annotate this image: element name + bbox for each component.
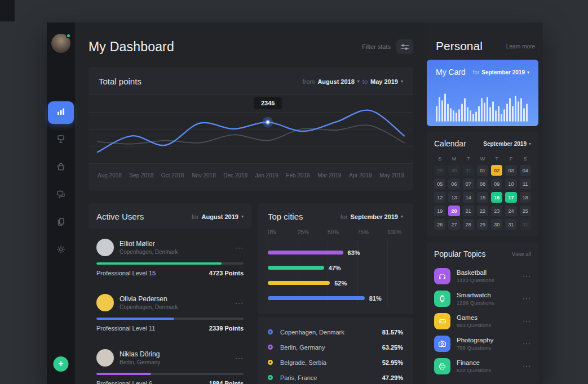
chevron-down-icon[interactable]: ▾	[401, 79, 403, 84]
calendar-day[interactable]: 15	[477, 192, 488, 203]
calendar-day[interactable]: 30	[448, 165, 459, 176]
filter-stats-button[interactable]	[396, 39, 413, 54]
more-options-icon[interactable]: ···	[235, 299, 244, 307]
topic-row[interactable]: Finance 632 Questions ···	[434, 355, 531, 377]
line-chart[interactable]: 2345	[89, 94, 413, 164]
more-options-icon[interactable]: ···	[235, 244, 244, 252]
calendar-day[interactable]: 22	[477, 206, 488, 216]
topic-row[interactable]: Games 983 Questions ···	[434, 310, 531, 332]
sidebar-item[interactable]	[48, 184, 74, 207]
learn-more-link[interactable]: Learn more	[506, 43, 535, 50]
calendar-day[interactable]: 31	[463, 165, 474, 176]
user-tile: Olivia Pedersen Copenhagen, Denmark ··· …	[89, 288, 251, 339]
period-dropdown[interactable]: September 2019	[351, 213, 398, 220]
sidebar-item[interactable]	[48, 157, 74, 179]
calendar-day[interactable]: 02	[491, 165, 502, 176]
x-axis-labels: Aug 2018Sep 2018Oct 2018Nov 2018Dec 2018…	[89, 164, 413, 186]
topic-name: Basketball	[457, 269, 523, 276]
activity-bar	[461, 104, 463, 122]
city-bar[interactable]	[268, 266, 324, 270]
add-button[interactable]: +	[54, 356, 69, 372]
sidebar-item[interactable]	[48, 239, 74, 262]
more-options-icon[interactable]: ···	[523, 317, 531, 325]
calendar-day[interactable]: 23	[491, 206, 502, 216]
period-dropdown[interactable]: September 2019	[483, 141, 527, 147]
activity-bar	[470, 110, 471, 122]
my-card[interactable]: My Card for September 2019 ▾	[427, 60, 538, 126]
calendar-day[interactable]: 20	[448, 206, 459, 216]
topic-row[interactable]: Basketball 1423 Questions ···	[434, 265, 531, 287]
calendar-day[interactable]: 18	[520, 192, 531, 203]
calendar-day[interactable]: 14	[463, 192, 474, 203]
view-all-link[interactable]: View all	[512, 251, 531, 257]
more-options-icon[interactable]: ···	[523, 340, 531, 347]
avatar	[96, 239, 114, 256]
more-options-icon[interactable]: ···	[235, 354, 244, 362]
calendar-day[interactable]: 24	[505, 206, 516, 216]
calendar-day[interactable]: 05	[434, 178, 445, 189]
to-dropdown[interactable]: May 2019	[370, 78, 398, 85]
sidebar-item[interactable]	[48, 212, 74, 234]
legend-row: Belgrade, Serbia 52.95%	[268, 355, 403, 370]
legend-city: Copenhagen, Denmark	[280, 329, 382, 336]
city-bar[interactable]	[268, 251, 343, 254]
main-content: My Dashboard Filter stats Total points f…	[75, 23, 427, 384]
period-dropdown[interactable]: August 2019	[202, 213, 238, 220]
calendar-weekdays: SMTWTFS	[434, 154, 531, 164]
city-bar[interactable]	[268, 296, 365, 300]
calendar-day[interactable]: 31	[505, 219, 516, 230]
legend-ring-icon	[268, 375, 273, 380]
chevron-down-icon[interactable]: ▾	[527, 70, 529, 75]
legend-value: 81.57%	[382, 329, 403, 336]
calendar-day[interactable]: 26	[434, 219, 445, 230]
sidebar-item[interactable]	[48, 129, 74, 151]
highlighted-data-point[interactable]	[266, 119, 271, 124]
calendar-day[interactable]: 29	[477, 219, 488, 230]
calendar-day[interactable]: 11	[520, 178, 531, 189]
chevron-down-icon[interactable]: ▾	[401, 214, 403, 219]
calendar-day[interactable]: 10	[505, 178, 516, 189]
calendar-day[interactable]: 21	[463, 206, 474, 216]
calendar-day[interactable]: 31	[520, 219, 531, 230]
calendar-day[interactable]: 19	[434, 206, 445, 216]
calendar-day[interactable]: 03	[505, 165, 516, 176]
calendar-day[interactable]: 13	[448, 192, 459, 203]
calendar-day[interactable]: 16	[491, 192, 502, 203]
more-options-icon[interactable]: ···	[523, 294, 531, 302]
activity-bar	[512, 106, 514, 122]
topic-row[interactable]: Photography 788 Questions ···	[434, 332, 531, 355]
axis-tick-label: 100%	[387, 229, 402, 235]
calendar-day[interactable]: 01	[477, 165, 488, 176]
more-options-icon[interactable]: ···	[523, 362, 531, 370]
topic-questions: 788 Questions	[457, 345, 523, 351]
calendar-day[interactable]: 08	[477, 178, 488, 189]
calendar-day[interactable]: 28	[463, 219, 474, 230]
city-bar[interactable]	[268, 281, 330, 285]
calendar-day[interactable]: 12	[434, 192, 445, 203]
calendar-day[interactable]: 25	[520, 206, 531, 216]
from-dropdown[interactable]: August 2018	[317, 78, 354, 85]
calendar-day[interactable]: 30	[491, 219, 502, 230]
calendar-day[interactable]: 29	[434, 165, 445, 176]
legend-ring-icon	[268, 360, 273, 365]
topic-row[interactable]: Smartwatch 1299 Questions ···	[434, 287, 531, 310]
calendar-day[interactable]: 07	[463, 178, 474, 189]
calendar-day[interactable]: 06	[448, 178, 459, 189]
calendar-day[interactable]: 04	[520, 165, 531, 176]
main-header: My Dashboard Filter stats	[89, 23, 413, 59]
calendar-day[interactable]: 27	[448, 219, 459, 230]
chevron-down-icon[interactable]: ▾	[357, 79, 360, 84]
sidebar-icon	[56, 217, 66, 229]
calendar-day[interactable]: 17	[505, 192, 516, 203]
activity-bar	[441, 100, 443, 122]
calendar-day[interactable]: 09	[491, 178, 502, 189]
personal-title: Personal	[436, 39, 483, 53]
sidebar-item[interactable]	[48, 101, 74, 124]
chevron-down-icon[interactable]: ▾	[241, 214, 244, 219]
more-options-icon[interactable]: ···	[523, 272, 531, 280]
activity-bar	[487, 97, 488, 122]
chevron-down-icon[interactable]: ▾	[529, 141, 531, 146]
user-avatar[interactable]	[51, 34, 70, 53]
month-label: Mar 2019	[317, 172, 341, 178]
period-dropdown[interactable]: September 2019	[481, 69, 525, 75]
